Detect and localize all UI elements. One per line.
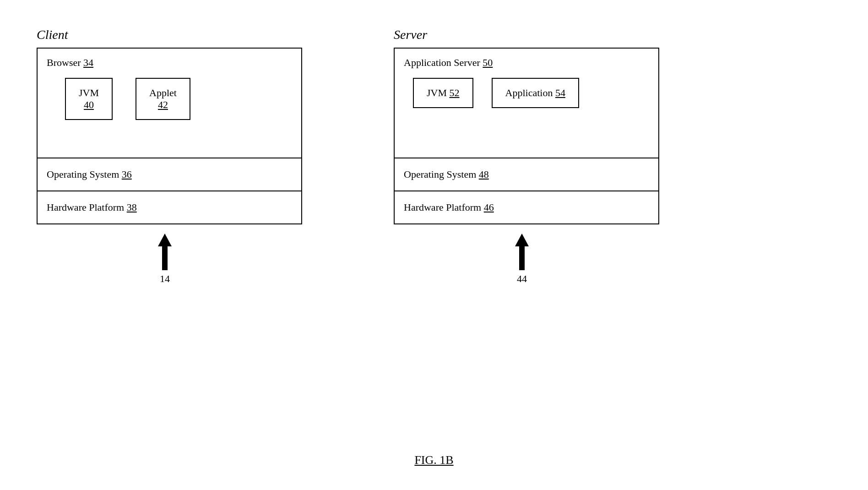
client-os-section: Operating System 36 <box>38 158 301 191</box>
figure-label: FIG. 1B <box>414 453 453 467</box>
browser-label: Browser 34 <box>47 57 292 69</box>
server-label: Server <box>394 27 427 42</box>
jvm-box: JVM 40 <box>65 78 113 120</box>
server-inner-boxes: JVM 52 Application 54 <box>413 78 649 108</box>
server-hw-section: Hardware Platform 46 <box>395 191 658 223</box>
server-outer-box: Application Server 50 JVM 52 Application… <box>394 48 659 224</box>
client-label: Client <box>37 27 68 42</box>
server-jvm-box: JVM 52 <box>413 78 473 108</box>
server-arrow-container: 44 <box>513 234 531 285</box>
client-outer-box: Browser 34 JVM 40 Applet 42 Operating Sy… <box>37 48 302 224</box>
app-server-label: Application Server 50 <box>404 57 649 69</box>
application-box: Application 54 <box>492 78 579 108</box>
svg-marker-0 <box>158 234 172 270</box>
client-arrow-label: 14 <box>160 273 170 285</box>
browser-section: Browser 34 JVM 40 Applet 42 <box>38 49 301 158</box>
client-arrow-icon <box>156 234 174 270</box>
server-section: Server Application Server 50 JVM 52 Appl… <box>394 27 659 285</box>
server-arrow-label: 44 <box>517 273 527 285</box>
client-section: Client Browser 34 JVM 40 Applet 42 <box>37 27 302 285</box>
client-hw-section: Hardware Platform 38 <box>38 191 301 223</box>
app-server-section: Application Server 50 JVM 52 Application… <box>395 49 658 158</box>
server-os-section: Operating System 48 <box>395 158 658 191</box>
svg-marker-1 <box>515 234 529 270</box>
applet-box: Applet 42 <box>136 78 190 120</box>
client-inner-boxes: JVM 40 Applet 42 <box>65 78 292 120</box>
client-arrow-container: 14 <box>156 234 174 285</box>
server-arrow-icon <box>513 234 531 270</box>
